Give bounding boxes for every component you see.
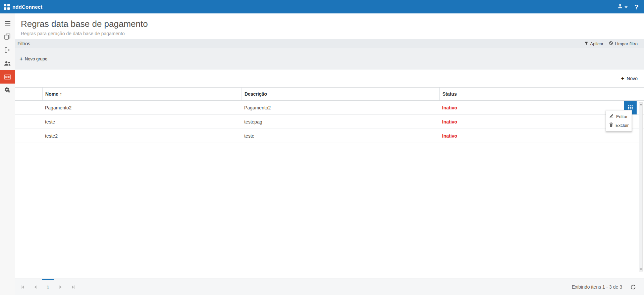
export-icon — [4, 47, 10, 53]
funnel-icon — [584, 41, 588, 46]
page-header: Regras data base de pagamento Regras par… — [15, 13, 644, 39]
column-label-status: Status — [442, 91, 457, 97]
hamburger-menu-icon — [5, 21, 10, 26]
chevron-down-icon — [625, 4, 628, 10]
refresh-button[interactable] — [630, 284, 636, 290]
column-label-nome: Nome — [45, 91, 58, 97]
circle-slash-icon — [609, 41, 613, 46]
delete-menu-item[interactable]: Excluir — [606, 121, 632, 130]
help-button[interactable]: ? — [634, 3, 639, 10]
delete-menu-label: Excluir — [615, 123, 629, 128]
cell-descricao: testepag — [241, 119, 439, 125]
new-group-label: Novo grupo — [25, 56, 47, 61]
edit-pencil-icon — [609, 114, 614, 119]
pager-right: Exibindo itens 1 - 3 de 3 — [572, 284, 636, 290]
cell-nome: teste — [42, 119, 241, 125]
last-page-button[interactable] — [67, 279, 80, 295]
column-header-status[interactable]: Status — [439, 88, 644, 100]
clear-filter-button[interactable]: Limpar filtro — [609, 41, 638, 46]
edit-menu-item[interactable]: Editar — [606, 112, 632, 121]
payment-banknote-icon — [4, 75, 11, 80]
new-button[interactable]: + Novo — [621, 76, 638, 81]
plus-icon: + — [621, 76, 624, 81]
column-header-empty — [15, 88, 42, 100]
sidebar-item-export[interactable] — [0, 43, 15, 57]
grid-dots-icon — [628, 105, 633, 110]
first-page-button[interactable] — [16, 279, 29, 295]
table-row[interactable]: Pagamento2 Pagamento2 Inativo — [15, 101, 644, 115]
row-context-menu: Editar Excluir — [606, 110, 632, 132]
table-row[interactable]: teste testepag Inativo — [15, 115, 644, 129]
settings-gears-icon — [4, 87, 11, 93]
sidebar — [0, 13, 15, 295]
status-badge: Inativo — [439, 133, 644, 139]
cell-descricao: Pagamento2 — [241, 105, 439, 110]
plus-icon: + — [19, 56, 23, 62]
documents-icon — [4, 34, 10, 40]
scroll-down-arrow-icon[interactable] — [640, 268, 642, 270]
sidebar-item-documents[interactable] — [0, 30, 15, 43]
sidebar-item-payment-rules[interactable] — [0, 70, 15, 84]
pager-info-text: Exibindo itens 1 - 3 de 3 — [572, 284, 622, 290]
brand-name: nddConnect — [12, 4, 43, 10]
edit-menu-label: Editar — [616, 114, 628, 119]
sidebar-item-settings[interactable] — [0, 84, 15, 97]
previous-page-button[interactable] — [29, 279, 42, 295]
page-number-button[interactable]: 1 — [42, 279, 54, 295]
current-page-number: 1 — [47, 284, 49, 290]
apply-filter-label: Aplicar — [590, 41, 603, 46]
trash-icon — [609, 122, 613, 128]
page-subtitle: Regras para geração de data base de paga… — [21, 31, 644, 37]
grid-toolbar: + Novo — [15, 69, 644, 87]
sidebar-menu-toggle[interactable] — [0, 16, 15, 30]
filters-bar: Filtros Aplicar Limpar filtro — [15, 39, 644, 48]
filters-title: Filtros — [17, 41, 30, 46]
filters-body: + Novo grupo — [15, 48, 644, 69]
column-header-descricao[interactable]: Descrição — [241, 88, 439, 100]
sidebar-item-users[interactable] — [0, 57, 15, 70]
pager-controls: 1 — [16, 279, 80, 295]
new-group-button[interactable]: + Novo grupo — [19, 56, 47, 62]
topbar-right: ? — [618, 3, 639, 10]
main-content: Regras data base de pagamento Regras par… — [15, 13, 644, 295]
grid-vertical-scrollbar[interactable] — [639, 102, 643, 272]
apply-filter-button[interactable]: Aplicar — [584, 41, 603, 46]
new-button-label: Novo — [627, 76, 638, 81]
scroll-up-arrow-icon[interactable] — [640, 104, 642, 105]
column-label-descricao: Descrição — [245, 91, 267, 97]
clear-filter-label: Limpar filtro — [615, 41, 638, 46]
topbar: nddConnect ? — [0, 0, 644, 13]
user-icon — [618, 3, 623, 10]
status-badge: Inativo — [439, 105, 644, 110]
ndd-logo-icon — [4, 4, 10, 10]
app-logo[interactable]: nddConnect — [4, 4, 43, 10]
table-row[interactable]: teste2 teste Inativo — [15, 129, 644, 143]
user-menu-button[interactable] — [618, 3, 628, 10]
pagination-bar: 1 Exibindo itens 1 - 3 de 3 — [15, 279, 644, 295]
page-title: Regras data base de pagamento — [21, 19, 644, 29]
cell-descricao: teste — [241, 133, 439, 139]
sort-ascending-icon: ↑ — [60, 91, 62, 97]
filters-actions: Aplicar Limpar filtro — [584, 41, 638, 46]
cell-nome: teste2 — [42, 133, 241, 139]
cell-nome: Pagamento2 — [42, 105, 241, 110]
table-header: Nome ↑ Descrição Status — [15, 87, 644, 101]
current-page-indicator — [42, 279, 54, 280]
column-header-nome[interactable]: Nome ↑ — [42, 88, 241, 100]
next-page-button[interactable] — [54, 279, 67, 295]
users-icon — [4, 61, 11, 66]
